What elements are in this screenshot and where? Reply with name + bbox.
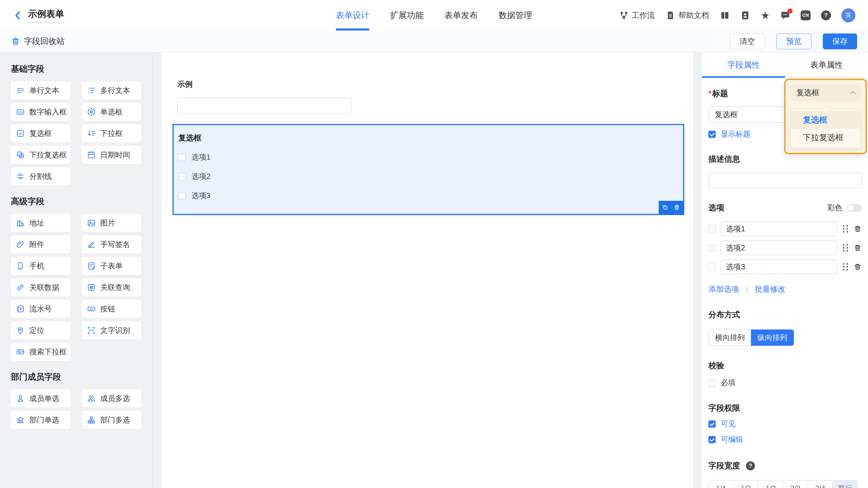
field-library-sidebar: 基础字段单行文本多行文本123数字输入框单选框复选框下拉框下拉复选框日期时间分割…: [0, 53, 153, 488]
checkbox-option[interactable]: 选项1: [178, 152, 683, 162]
field-item-related-data[interactable]: 关联数据: [11, 278, 70, 297]
workflow-button[interactable]: 工作流: [619, 10, 655, 21]
field-item-single-line-text[interactable]: 单行文本: [11, 82, 70, 99]
option-checkbox[interactable]: [708, 244, 716, 251]
validation-label: 校验: [708, 360, 862, 371]
field-item-address[interactable]: 地址: [11, 214, 70, 232]
option-checkbox[interactable]: [708, 263, 716, 271]
drag-handle-icon[interactable]: [843, 225, 848, 233]
delete-option-button[interactable]: [854, 225, 862, 233]
field-item-ocr[interactable]: OCR文字识别: [82, 321, 142, 339]
option-input[interactable]: [721, 241, 837, 255]
field-item-dept-single[interactable]: 部门单选: [11, 411, 70, 429]
description-input[interactable]: [708, 172, 862, 188]
batch-edit-link[interactable]: 批量修改: [755, 284, 785, 295]
field-item-attachment[interactable]: 附件: [11, 236, 70, 253]
dropdown-option[interactable]: 下拉复选框: [791, 129, 860, 146]
messages-button[interactable]: [780, 10, 790, 20]
checkbox[interactable]: [178, 192, 186, 200]
related-data-icon: [16, 283, 25, 292]
field-item-number-input[interactable]: 123数字输入框: [11, 103, 70, 121]
tab-extensions[interactable]: 扩展功能: [390, 0, 424, 31]
language-button[interactable]: CN: [801, 10, 811, 20]
field-item-radio[interactable]: 单选框: [82, 103, 142, 121]
checkbox[interactable]: [178, 173, 186, 180]
field-type-select[interactable]: 复选框: [790, 85, 861, 101]
width-1-3-button[interactable]: 1/3: [734, 481, 758, 488]
width-3-4-button[interactable]: 3/4: [808, 481, 833, 488]
save-button[interactable]: 保存: [823, 33, 857, 49]
help-icon[interactable]: ?: [746, 461, 755, 470]
field-item-divider[interactable]: 分割线: [11, 167, 70, 185]
field-item-location[interactable]: 定位: [11, 321, 70, 339]
delete-option-button[interactable]: [854, 244, 862, 252]
field-item-image[interactable]: 图片: [82, 214, 142, 232]
contacts-icon: [740, 10, 750, 20]
tab-form-publish[interactable]: 表单发布: [444, 0, 478, 31]
field-item-member-multi[interactable]: 成员多选: [82, 389, 142, 407]
clear-button[interactable]: 清空: [730, 33, 765, 49]
layout-vertical-button[interactable]: 纵向排列: [751, 330, 794, 346]
field-type-dropdown: 复选框下拉复选框: [790, 110, 861, 148]
dropdown-option[interactable]: 复选框: [791, 111, 860, 129]
contacts-button[interactable]: [740, 10, 750, 20]
panel-tab-form-properties[interactable]: 表单属性: [785, 53, 868, 77]
field-item-serial-number[interactable]: 流水号: [11, 300, 70, 318]
sample-text-input[interactable]: [177, 98, 351, 114]
width-1-4-button[interactable]: 1/4: [709, 481, 734, 488]
user-avatar-button[interactable]: 英: [841, 8, 855, 22]
trash-icon[interactable]: [673, 204, 680, 211]
field-item-member-single[interactable]: 成员单选: [11, 389, 70, 407]
panel-tab-field-properties[interactable]: 字段属性: [702, 53, 785, 77]
help-docs-button[interactable]: 帮助文档: [666, 10, 709, 21]
back-button[interactable]: [13, 10, 24, 21]
tab-form-design[interactable]: 表单设计: [336, 0, 369, 31]
add-option-link[interactable]: 添加选项: [708, 284, 739, 295]
color-toggle[interactable]: [847, 204, 862, 212]
sample-text-field[interactable]: 示例: [173, 79, 684, 114]
field-item-signature[interactable]: 手写签名: [82, 236, 142, 253]
option-input[interactable]: [721, 260, 837, 274]
field-item-phone[interactable]: 手机: [11, 257, 70, 275]
checkbox-option[interactable]: 选项3: [178, 191, 683, 201]
field-item-search-dropdown[interactable]: 搜索下拉框: [11, 343, 70, 361]
field-item-related-query[interactable]: 关联查询: [82, 278, 142, 297]
field-item-checkbox[interactable]: 复选框: [11, 124, 70, 143]
field-item-label: 单选框: [100, 107, 123, 117]
favorites-star-button[interactable]: ★: [761, 10, 770, 21]
related-query-icon: [87, 283, 96, 292]
field-item-label: 搜索下拉框: [29, 347, 67, 357]
field-item-datetime[interactable]: 日期时间: [82, 146, 142, 164]
option-input[interactable]: [721, 222, 837, 236]
field-item-dropdown[interactable]: 下拉框: [82, 124, 142, 143]
form-canvas: 示例 复选框 选项1选项2选项3: [162, 53, 693, 488]
width-2-3-button[interactable]: 2/3: [783, 481, 808, 488]
preview-button[interactable]: 预览: [776, 33, 811, 49]
field-item-multi-line-text[interactable]: 多行文本: [82, 82, 142, 99]
field-recycle-bin-button[interactable]: 字段回收站: [11, 36, 65, 47]
field-item-subform[interactable]: 子表单: [82, 257, 142, 275]
drag-handle-icon[interactable]: [843, 244, 848, 252]
drag-handle-icon[interactable]: [843, 263, 848, 271]
width-1-2-button[interactable]: 1/2: [758, 481, 783, 488]
tab-data-management[interactable]: 数据管理: [499, 0, 532, 31]
checkbox[interactable]: [178, 154, 186, 161]
copy-icon[interactable]: [662, 204, 669, 211]
checkbox-option[interactable]: 选项2: [178, 172, 683, 182]
selected-checkbox-field[interactable]: 复选框 选项1选项2选项3: [173, 124, 684, 215]
toggle-knob: [848, 205, 854, 211]
field-item-label: 关联查询: [100, 282, 130, 293]
layout-panel-button[interactable]: [720, 10, 730, 20]
editable-checkbox[interactable]: [708, 436, 716, 443]
required-checkbox[interactable]: [708, 379, 716, 387]
field-item-button[interactable]: Btn按钮: [82, 300, 142, 318]
show-title-checkbox[interactable]: [708, 131, 716, 138]
delete-option-button[interactable]: [854, 263, 862, 271]
width-full-row-button[interactable]: 整行: [833, 481, 857, 488]
layout-horizontal-button[interactable]: 横向排列: [708, 330, 751, 346]
help-button[interactable]: ?: [821, 10, 831, 20]
field-item-dept-multi[interactable]: 部门多选: [82, 411, 142, 429]
visible-checkbox[interactable]: [708, 420, 716, 428]
option-checkbox[interactable]: [708, 225, 716, 233]
field-item-dropdown-multi[interactable]: 下拉复选框: [11, 146, 70, 164]
